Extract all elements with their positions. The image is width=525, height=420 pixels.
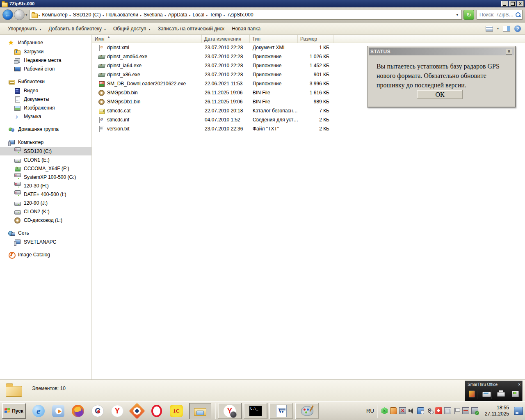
opera-icon[interactable] — [150, 404, 164, 418]
add-to-library-button[interactable]: Добавить в библиотеку — [45, 24, 110, 33]
smarthru-close-icon[interactable]: × — [518, 382, 520, 387]
document-manager-icon[interactable] — [467, 389, 477, 399]
item-label: SystemXP 100-500 (G:) — [24, 174, 76, 180]
item-label: SVETLANAPC — [24, 239, 56, 245]
c-browser-icon[interactable]: C — [91, 404, 105, 418]
close-button[interactable] — [517, 1, 524, 7]
sidebar-item-drive-l[interactable]: CD-дисковод (L:) — [0, 216, 91, 224]
breadcrumb-segment[interactable]: Пользователи — [102, 12, 139, 18]
cmd-window-button[interactable]: C:\_ — [244, 403, 267, 419]
title-bar[interactable]: 7ZipSfx.000 — [0, 0, 525, 7]
sidebar-item-drive-j[interactable]: 120-90 (J:) — [0, 199, 91, 207]
minimize-button[interactable] — [501, 1, 508, 7]
sidebar-item-drive-h[interactable]: 120-30 (H:) — [0, 181, 91, 190]
network-status-icon[interactable] — [444, 407, 451, 414]
file-row[interactable]: stmcdc.inf 04.07.2010 1:52 Сведения для … — [92, 115, 525, 124]
safely-remove-usb-icon[interactable] — [471, 407, 478, 414]
breadcrumb[interactable]: Компьютер SSD120 (C:) Пользователи Svetl… — [29, 10, 462, 20]
dictionary-icon[interactable] — [390, 407, 397, 414]
column-header-name[interactable]: Имя — [92, 35, 202, 43]
breadcrumb-segment[interactable]: Temp — [205, 12, 222, 18]
file-row[interactable]: stmcdc.cat 22.07.2010 20:18 Каталог безо… — [92, 106, 525, 115]
sidebar-item-svetlanapc[interactable]: SVETLANAPC — [0, 237, 91, 246]
dialog-title-bar[interactable]: STATUS × — [369, 48, 514, 55]
window-folder-icon — [1, 0, 8, 7]
search-icon[interactable] — [515, 12, 521, 18]
word-window-button[interactable]: W — [269, 403, 293, 419]
breadcrumb-segment[interactable]: AppData — [164, 12, 188, 18]
sidebar-section-computer[interactable]: Компьютер — [0, 138, 91, 147]
clock[interactable]: 18:55 27.11.2025 — [482, 405, 512, 417]
internet-explorer-icon[interactable]: e — [32, 404, 46, 418]
column-header-date[interactable]: Дата изменения — [202, 35, 250, 43]
scheduler-icon[interactable]: S — [426, 407, 433, 414]
sidebar-item-documents[interactable]: Документы — [0, 95, 91, 103]
sidebar-section-homegroup[interactable]: Домашняя группа — [0, 125, 91, 134]
file-row[interactable]: version.txt 23.07.2010 22:36 Файл "TXT" … — [92, 124, 525, 133]
sidebar-item-pictures[interactable]: Изображения — [0, 103, 91, 112]
sidebar-section-network[interactable]: Сеть — [0, 228, 91, 237]
breadcrumb-segment[interactable]: Local — [188, 12, 205, 18]
scan-icon[interactable] — [481, 389, 492, 399]
paint-window-button[interactable] — [295, 403, 319, 419]
sidebar-item-video[interactable]: Видео — [0, 86, 91, 95]
volume-icon[interactable] — [408, 407, 415, 414]
removable-media-icon[interactable] — [435, 407, 442, 414]
show-desktop-button[interactable] — [514, 407, 523, 415]
device-error-icon[interactable] — [399, 407, 406, 414]
yandex-browser-icon[interactable]: Y — [110, 404, 124, 418]
restore-button[interactable] — [509, 1, 516, 7]
sidebar-item-drive-e[interactable]: CLON1 (E:) — [0, 155, 91, 164]
yandex-window-button[interactable]: Y — [218, 403, 242, 419]
dialog-close-icon[interactable]: × — [506, 49, 512, 55]
breadcrumb-segment[interactable]: Компьютер — [38, 12, 68, 18]
sidebar-item-music[interactable]: Музыка — [0, 112, 91, 121]
breadcrumb-segment[interactable]: 7ZipSfx.000 — [223, 12, 254, 18]
ok-button[interactable]: ОК — [417, 90, 463, 99]
sidebar-item-drive-g[interactable]: SystemXP 100-500 (G:) — [0, 173, 91, 181]
address-dropdown-caret-icon[interactable]: ▾ — [454, 13, 460, 17]
refresh-button[interactable]: ↻ — [463, 10, 474, 20]
card-reader-icon[interactable] — [462, 407, 469, 414]
sidebar-item-drive-i[interactable]: DATE+ 400-500 (I:) — [0, 190, 91, 199]
column-header-filler — [333, 35, 525, 43]
new-folder-button[interactable]: Новая папка — [228, 24, 264, 33]
action-center-flag-icon[interactable] — [453, 407, 460, 414]
print-icon[interactable] — [495, 389, 506, 399]
sidebar-item-desktop[interactable]: Рабочий стол — [0, 64, 91, 73]
back-button[interactable]: ← — [2, 9, 13, 20]
forward-button[interactable]: → — [14, 9, 25, 20]
media-player-icon[interactable] — [51, 404, 65, 418]
sidebar-item-drive-f[interactable]: CCCOMA_X64F (F:) — [0, 164, 91, 173]
views-caret-icon[interactable]: ▾ — [497, 27, 499, 30]
display-settings-icon[interactable] — [417, 407, 424, 414]
sidebar-section-image-catalog[interactable]: Image Catalog — [0, 250, 91, 259]
organize-button[interactable]: Упорядочить — [4, 24, 45, 33]
breadcrumb-segment[interactable]: Svetlana — [139, 12, 164, 18]
kaspersky-icon[interactable]: k — [381, 407, 388, 414]
sidebar-item-drive-k[interactable]: CLON2 (K:) — [0, 207, 91, 216]
sidebar-item-drive-c[interactable]: SSD120 (C:) — [0, 147, 91, 155]
firefox-icon[interactable] — [71, 404, 85, 418]
column-header-size[interactable]: Размер — [298, 35, 333, 43]
1c-icon[interactable]: 1С — [169, 404, 183, 418]
nav-history-caret-icon[interactable]: ▾ — [25, 13, 27, 17]
search-input[interactable]: Поиск: 7ZipS… — [477, 10, 523, 20]
sidebar-item-recent-places[interactable]: Недавние места — [0, 56, 91, 64]
breadcrumb-segment[interactable]: SSD120 (C:) — [68, 12, 102, 18]
explorer-taskbar-button[interactable] — [189, 403, 211, 419]
language-indicator[interactable]: RU — [363, 408, 377, 414]
file-type: Приложение — [250, 63, 298, 68]
share-button[interactable]: Общий доступ — [110, 24, 154, 33]
column-header-type[interactable]: Тип — [250, 35, 298, 43]
views-icon[interactable] — [486, 26, 493, 32]
fax-icon[interactable] — [510, 389, 520, 399]
image-viewer-icon[interactable] — [130, 404, 144, 418]
sidebar-item-downloads[interactable]: Загрузки — [0, 47, 91, 56]
sidebar-section-favorites[interactable]: Избранное — [0, 38, 91, 47]
sidebar-section-libraries[interactable]: Библиотеки — [0, 77, 91, 86]
help-icon[interactable]: ? — [514, 25, 521, 32]
preview-pane-icon[interactable] — [503, 26, 510, 32]
start-button[interactable]: Пуск — [2, 403, 26, 419]
burn-disc-button[interactable]: Записать на оптический диск — [154, 24, 228, 33]
